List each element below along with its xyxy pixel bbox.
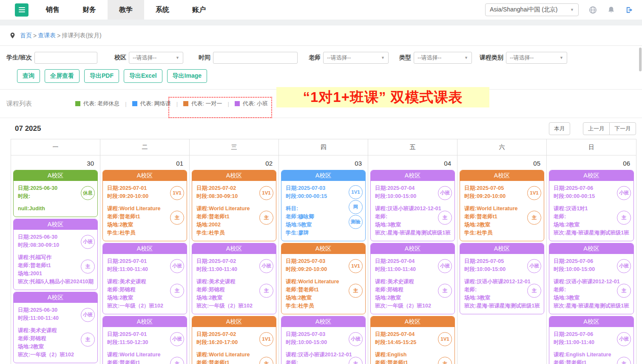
course-card-line: 班次:一年级（2）班102: [107, 302, 183, 310]
date-number: 04: [368, 155, 457, 168]
course-card-line: 课程:美术史课程: [375, 278, 451, 286]
filter-teacher-value: --请选择--: [327, 54, 351, 62]
course-card-body: 日期:2025-07-06时段:00:00-00:15课程:汉语1对1老师:场地…: [549, 181, 633, 241]
day-cell: 30A校区日期:2025-06-30时段:null:Judith休息A校区日期:…: [11, 155, 100, 364]
fullscreen-button[interactable]: 全屏查看: [45, 69, 80, 83]
badge-1V1: 1V1: [349, 185, 363, 199]
course-card[interactable]: A校区日期:2025-07-06时段:10:00-15:00课程:汉语小班课20…: [549, 243, 634, 314]
course-card-line: 课程:World Literature: [196, 351, 273, 359]
badge-小班: 小班: [617, 332, 631, 346]
course-card-line: 课程:汉语小班课2012-12-01: [554, 278, 630, 286]
date-number: 02: [190, 155, 278, 168]
course-card[interactable]: A校区日期:2025-06-30时段:null:Judith休息: [13, 170, 98, 217]
page: 销售财务教学系统账户 Asia/Shanghai中国 (北京) ▼: [0, 0, 642, 364]
course-card[interactable]: A校区日期:2025-07-06时段:00:00-00:15课程:汉语1对1老师…: [549, 170, 634, 241]
next-month-button[interactable]: 下一月: [609, 122, 636, 135]
badge-1V1: 1V1: [349, 259, 363, 273]
filter-campus-select[interactable]: --请选择--▼: [129, 52, 183, 64]
badge-主: 主: [617, 211, 631, 225]
bell-icon[interactable]: [607, 6, 615, 14]
badge-小班: 小班: [170, 259, 184, 273]
chevron-down-icon: ▼: [570, 8, 574, 12]
course-card[interactable]: A校区日期:2025-07-01时段:11:00-11:40课程:美术史课程老师…: [102, 243, 187, 314]
course-card[interactable]: A校区日期:2025-07-04时段:10:00-15:00课程:汉语小班课20…: [370, 170, 455, 241]
course-card[interactable]: A校区日期:2025-07-03时段:09:20-10:00课程:World L…: [281, 243, 366, 314]
course-card[interactable]: A校区日期:2025-07-02时段:08:30-09:10课程:World L…: [192, 170, 276, 241]
filter-teacher-select[interactable]: --请选择--▼: [323, 52, 389, 64]
filter-time-input[interactable]: [213, 52, 298, 64]
logout-icon[interactable]: [625, 6, 633, 14]
badge-1V1: 1V1: [170, 186, 184, 200]
badge-1V1: 1V1: [259, 332, 273, 346]
tab-teaching[interactable]: 教学: [108, 0, 144, 20]
calendar-table: 一二三四五六日30A校区日期:2025-06-30时段:null:Judith休…: [11, 139, 636, 364]
course-card-line: 课程:汉语小班课2012-12-01: [375, 205, 451, 213]
globe-icon[interactable]: [589, 6, 597, 14]
breadcrumb-home[interactable]: 首页: [20, 32, 32, 40]
course-card[interactable]: A校区日期:2025-07-06时段:11:00-11:40课程:English…: [549, 316, 634, 364]
export-excel-button[interactable]: 导出Excel: [124, 69, 162, 83]
breadcrumb-schedule[interactable]: 查课表: [38, 32, 56, 40]
filter-course-category-select[interactable]: --请选择--▼: [506, 52, 567, 64]
legend-color-swatch: [132, 101, 137, 106]
menu-button[interactable]: [15, 3, 28, 17]
badge-1V1: 1V1: [527, 186, 541, 200]
tab-finance[interactable]: 财务: [71, 0, 108, 20]
course-card-body: 日期:2025-06-30时段:11:00-11:40课程:美术史课程老师:郑锦…: [14, 303, 97, 363]
export-image-button[interactable]: 导出Image: [167, 69, 207, 83]
course-card-line: 学生:廖牌: [286, 229, 362, 237]
tab-account[interactable]: 账户: [181, 0, 217, 20]
course-card[interactable]: A校区日期:2025-07-01时段:11:50-12:30课程:World L…: [102, 316, 187, 364]
filter-type-select[interactable]: --请选择--▼: [414, 52, 472, 64]
tab-system[interactable]: 系统: [144, 0, 181, 20]
breadcrumb-current: 排课列表(按月): [62, 32, 101, 40]
badge-主: 主: [617, 284, 631, 298]
course-card[interactable]: A校区日期:2025-07-03时段:10:00-15:00课程:汉语小班课20…: [281, 316, 366, 364]
legend-item: 代表: 小班: [235, 100, 268, 107]
navbar-right: Asia/Shanghai中国 (北京) ▼: [485, 3, 642, 16]
tab-sales[interactable]: 销售: [34, 0, 71, 20]
course-card[interactable]: A校区日期:2025-07-01时段:09:20-10:00课程:World L…: [102, 170, 187, 241]
course-card-body: 日期:2025-07-05时段:09:20-10:00课程:World Lite…: [460, 181, 544, 241]
filter-campus: 校区--请选择--▼: [114, 52, 183, 64]
course-card[interactable]: A校区日期:2025-07-05时段:09:20-10:00课程:World L…: [460, 170, 544, 241]
course-card-campus: A校区: [281, 316, 365, 327]
course-card-body: 日期:2025-07-01时段:11:50-12:30课程:World Lite…: [103, 327, 187, 364]
filter-student-class-input[interactable]: [34, 52, 97, 64]
timezone-select[interactable]: Asia/Shanghai中国 (北京) ▼: [485, 3, 579, 16]
course-card[interactable]: A校区日期:2025-06-30时段:08:30-09:10课程:托福写作老师:…: [13, 219, 98, 290]
date-number: 05: [457, 155, 546, 168]
course-card[interactable]: A校区日期:2025-07-02时段:11:00-11:40课程:美术史课程老师…: [192, 243, 276, 314]
course-card-line: 课程:美术史课程: [196, 278, 273, 286]
current-month-button[interactable]: 本月: [549, 122, 570, 135]
course-card[interactable]: A校区日期:2025-07-04时段:11:00-11:40课程:美术史课程老师…: [370, 243, 455, 314]
breadcrumb-separator: >: [57, 32, 60, 39]
course-card-line: 班次:星海-班课星海测试班级1班: [375, 229, 451, 237]
course-card-line: 学生:杜学员: [196, 229, 273, 237]
export-pdf-button[interactable]: 导出PDF: [84, 69, 119, 83]
course-card-body: 日期:2025-06-30时段:null:Judith休息: [14, 181, 97, 217]
legend-color-swatch: [235, 101, 240, 106]
course-card-campus: A校区: [14, 170, 97, 181]
course-card[interactable]: A校区日期:2025-07-03时段:00:00-00:15科目:老师:穆咏卿场…: [281, 170, 366, 241]
query-button[interactable]: 查询: [17, 69, 40, 83]
course-card-line: 课程:English: [375, 351, 451, 359]
legend-item: 代表: 一对一: [183, 100, 222, 107]
course-card-campus: A校区: [371, 170, 455, 181]
course-card-campus: A校区: [14, 219, 97, 230]
course-card-line: 课程:World Literature: [107, 351, 183, 359]
scrollbar[interactable]: [639, 48, 642, 71]
course-card-line: 学生:杜学员: [107, 229, 183, 237]
course-card[interactable]: A校区日期:2025-07-02时段:16:20-17:00课程:World L…: [192, 316, 276, 364]
prev-month-button[interactable]: 上一月: [583, 122, 610, 135]
course-card-line: 课程:托福写作: [18, 254, 94, 262]
badge-主: 主: [259, 284, 273, 298]
course-card[interactable]: A校区日期:2025-06-30时段:11:00-11:40课程:美术史课程老师…: [13, 292, 98, 363]
filter-student-class-label: 学生/班次: [6, 54, 32, 62]
course-card[interactable]: A校区日期:2025-07-04时段:14:45-15:25课程:English…: [370, 316, 455, 364]
filter-type-label: 类型: [399, 54, 411, 62]
badge-主: 主: [527, 284, 541, 298]
date-number: 06: [547, 155, 636, 168]
course-card[interactable]: A校区日期:2025-07-05时段:10:00-15:00课程:汉语小班课20…: [460, 243, 544, 314]
day-cell: 02A校区日期:2025-07-02时段:08:30-09:10课程:World…: [190, 155, 279, 364]
